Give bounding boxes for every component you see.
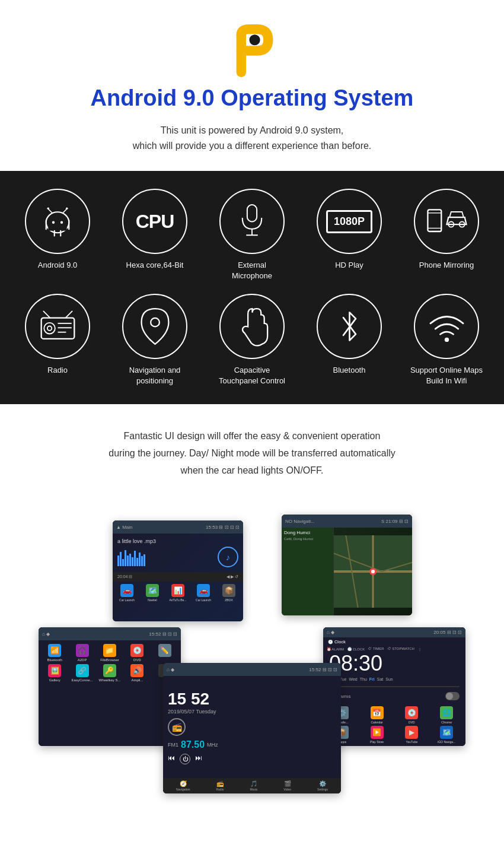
feature-circle-bt (317, 294, 382, 359)
feature-circle-touch (219, 294, 285, 359)
svg-point-7 (52, 221, 55, 224)
feature-wifi: Support Online MapsBuild In Wifi (401, 294, 492, 386)
device-stack: ▲ Main 15:53 ⊟ ⊡ ⊡ ⊡ a little love .mp3 (21, 509, 483, 793)
radio-controls: ⏮ ⏻ ⏭ (168, 754, 336, 764)
feature-label-wifi: Support Online MapsBuild In Wifi (410, 365, 483, 386)
middle-line2: during the journey. Day/ Night mode will… (109, 448, 395, 458)
svg-rect-13 (247, 205, 257, 221)
android-logo (12, 24, 492, 85)
feature-circle-cpu: CPU (122, 189, 187, 254)
svg-line-27 (43, 311, 50, 318)
feature-circle-android (25, 189, 90, 254)
feature-mic: ExternalMicrophone (206, 189, 298, 281)
feature-circle-phone (414, 189, 479, 254)
feature-radio: Radio (12, 294, 103, 386)
feature-phone: Phone Mirroring (401, 189, 492, 281)
svg-point-23 (47, 326, 51, 331)
feature-label-radio: Radio (47, 365, 68, 376)
feature-label-bt: Bluetooth (333, 365, 366, 376)
feature-circle-wifi (414, 294, 479, 359)
screen-header-music: ▲ Main 15:53 ⊟ ⊡ ⊡ ⊡ (113, 520, 243, 534)
middle-text-section: Fantastic UI design will offer the easy … (0, 404, 504, 503)
main-title: Android 9.0 Operating System (12, 85, 492, 111)
svg-point-29 (151, 318, 160, 326)
feature-touch: CapacitiveTouchpanel Control (206, 294, 298, 386)
feature-label-cpu: Hexa core,64-Bit (126, 260, 184, 271)
svg-point-0 (249, 34, 260, 45)
middle-line3: when the car head lights ON/OFF. (181, 465, 324, 475)
feature-label-nav: Navigation andpositioning (129, 365, 181, 386)
svg-point-33 (371, 570, 375, 573)
screen-radio-main: ⌂ ◆ 15:52 ⊟ ⊡ ⊡ 15 52 2019/05/07 Tuesday… (163, 663, 341, 793)
middle-line1: Fantastic UI design will offer the easy … (124, 431, 381, 441)
svg-point-30 (444, 338, 448, 342)
feature-label-hd: HD Play (335, 260, 363, 271)
svg-line-28 (65, 311, 72, 318)
svg-point-8 (60, 221, 63, 224)
svg-point-22 (44, 323, 55, 334)
subtitle: This unit is powered by Android 9.0 syst… (12, 123, 492, 153)
feature-circle-hd: 1080P (317, 189, 382, 254)
screen-music: ▲ Main 15:53 ⊟ ⊡ ⊡ ⊡ a little love .mp3 (113, 520, 243, 621)
alarm-tabs: ⏰ ALARM 🕐 CLOCK ⏱ TIMER ⏱ STOPWATCH ⋮ (323, 647, 465, 651)
feature-circle-nav (122, 294, 187, 359)
bottom-nav: 🧭 Navigation 📻 Radio 🎵 Music 🎬 Video (163, 778, 341, 793)
feature-nav: Navigation andpositioning (109, 294, 200, 386)
svg-line-9 (48, 209, 52, 213)
app-grid-music: 🚗 Car Launch 🗺️ Navitel 📊 AnTuTu Be... 🚗… (113, 582, 243, 604)
top-section: Android 9.0 Operating System This unit i… (0, 0, 504, 171)
feature-circle-radio (25, 294, 90, 359)
screen-header-clock: ⌂ ◆ 20:05 ⊟ ⊡ ⊡ (323, 627, 465, 637)
screen-app-menu: ⌂ ◆ 15:52 ⊟ ⊡ ⊡ 📶 Bluetooth 🎧 A2DP 📁 Fil… (39, 627, 181, 746)
features-grid: Android 9.0 CPU Hexa core,64-Bit Externa… (12, 189, 492, 386)
feature-cpu: CPU Hexa core,64-Bit (109, 189, 200, 281)
svg-rect-2 (48, 221, 67, 231)
svg-point-11 (47, 208, 50, 210)
screen-header-apps: ⌂ ◆ 15:52 ⊟ ⊡ ⊡ (39, 627, 181, 640)
radio-date: 2019/05/07 Tuesday (168, 709, 336, 715)
screen-header-radio: ⌂ ◆ 15:52 ⊟ ⊡ ⊡ (163, 663, 341, 676)
screenshots-section: ▲ Main 15:53 ⊟ ⊡ ⊡ ⊡ a little love .mp3 (0, 503, 504, 817)
radio-time: 15 52 (168, 690, 336, 709)
features-section: Android 9.0 CPU Hexa core,64-Bit Externa… (0, 171, 504, 404)
clock-time: 08:30 (323, 651, 465, 676)
app-grid-right: ⚙️ Installe... 📅 Calendar 💿 DVD 🌐 Chrome (323, 704, 465, 746)
screen-clock: ⌂ ◆ 20:05 ⊟ ⊡ ⊡ 🕐 Clock ⏰ ALARM 🕐 CLOCK … (323, 627, 465, 746)
svg-line-10 (63, 209, 67, 213)
feature-label-touch: CapacitiveTouchpanel Control (219, 365, 285, 386)
feature-circle-mic (219, 189, 285, 254)
cpu-text: CPU (136, 211, 174, 233)
feature-label-mic: ExternalMicrophone (232, 260, 272, 281)
screen-map: NO Navigati... S 21:09 ⊟ ⊡ Dong Humci Ce… (282, 515, 412, 615)
feature-label-phone: Phone Mirroring (419, 260, 474, 271)
feature-bt: Bluetooth (304, 294, 395, 386)
feature-android: Android 9.0 (12, 189, 103, 281)
feature-hd: 1080P HD Play (304, 189, 395, 281)
hd-text: 1080P (334, 215, 365, 227)
screen-header-map: NO Navigati... S 21:09 ⊟ ⊡ (282, 515, 412, 528)
svg-point-12 (66, 208, 68, 210)
app-grid-main: 📶 Bluetooth 🎧 A2DP 📁 FileBrowser 💿 DVD (39, 640, 181, 685)
radio-frequency: 87.50 (181, 739, 205, 750)
feature-label-android: Android 9.0 (38, 260, 78, 271)
